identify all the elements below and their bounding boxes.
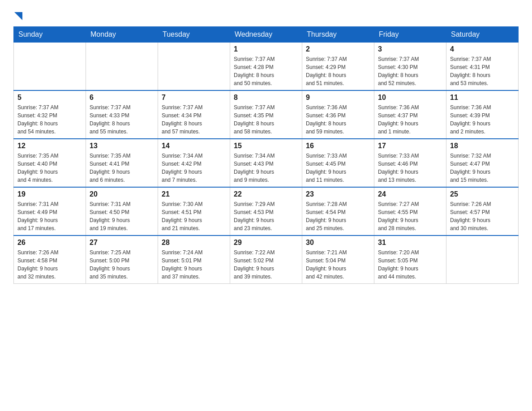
day-info: Sunrise: 7:35 AMSunset: 4:41 PMDaylight:… <box>90 152 154 184</box>
day-info: Sunrise: 7:25 AMSunset: 5:00 PMDaylight:… <box>90 248 154 281</box>
day-info: Sunrise: 7:35 AMSunset: 4:40 PMDaylight:… <box>17 152 82 184</box>
day-info: Sunrise: 7:33 AMSunset: 4:45 PMDaylight:… <box>306 152 370 184</box>
calendar-cell <box>14 43 86 91</box>
day-info: Sunrise: 7:31 AMSunset: 4:50 PMDaylight:… <box>90 200 154 232</box>
day-info: Sunrise: 7:24 AMSunset: 5:01 PMDaylight:… <box>162 248 226 281</box>
calendar-cell: 2Sunrise: 7:37 AMSunset: 4:29 PMDaylight… <box>302 43 374 91</box>
day-number: 19 <box>17 190 82 198</box>
day-number: 13 <box>90 142 154 150</box>
day-number: 4 <box>450 45 515 53</box>
calendar-cell: 8Sunrise: 7:37 AMSunset: 4:35 PMDaylight… <box>230 90 302 139</box>
calendar-cell: 12Sunrise: 7:35 AMSunset: 4:40 PMDayligh… <box>14 139 86 187</box>
day-info: Sunrise: 7:26 AMSunset: 4:57 PMDaylight:… <box>450 200 515 232</box>
weekday-header-row: SundayMondayTuesdayWednesdayThursdayFrid… <box>14 27 519 43</box>
calendar-cell: 24Sunrise: 7:27 AMSunset: 4:55 PMDayligh… <box>374 187 446 235</box>
calendar-cell: 23Sunrise: 7:28 AMSunset: 4:54 PMDayligh… <box>302 187 374 235</box>
day-info: Sunrise: 7:37 AMSunset: 4:34 PMDaylight:… <box>162 103 226 136</box>
calendar-cell: 15Sunrise: 7:34 AMSunset: 4:43 PMDayligh… <box>230 139 302 187</box>
day-number: 2 <box>306 45 370 53</box>
calendar-week-row: 19Sunrise: 7:31 AMSunset: 4:49 PMDayligh… <box>14 187 519 235</box>
calendar-cell: 6Sunrise: 7:37 AMSunset: 4:33 PMDaylight… <box>86 90 158 139</box>
calendar-cell: 31Sunrise: 7:20 AMSunset: 5:05 PMDayligh… <box>374 235 446 284</box>
logo-triangle-icon <box>14 12 22 20</box>
day-info: Sunrise: 7:26 AMSunset: 4:58 PMDaylight:… <box>17 248 82 281</box>
day-info: Sunrise: 7:36 AMSunset: 4:39 PMDaylight:… <box>450 103 515 136</box>
weekday-header-monday: Monday <box>86 27 158 43</box>
day-number: 22 <box>234 190 298 198</box>
day-number: 8 <box>234 94 298 102</box>
day-number: 25 <box>450 190 515 198</box>
svg-marker-0 <box>14 12 22 20</box>
calendar-cell: 13Sunrise: 7:35 AMSunset: 4:41 PMDayligh… <box>86 139 158 187</box>
day-number: 9 <box>306 94 370 102</box>
calendar-cell: 5Sunrise: 7:37 AMSunset: 4:32 PMDaylight… <box>14 90 86 139</box>
day-number: 31 <box>378 239 442 247</box>
day-info: Sunrise: 7:37 AMSunset: 4:30 PMDaylight:… <box>378 55 442 87</box>
day-info: Sunrise: 7:37 AMSunset: 4:35 PMDaylight:… <box>234 103 298 136</box>
calendar-week-row: 1Sunrise: 7:37 AMSunset: 4:28 PMDaylight… <box>14 43 519 91</box>
day-number: 18 <box>450 142 515 150</box>
calendar-cell: 18Sunrise: 7:32 AMSunset: 4:47 PMDayligh… <box>446 139 519 187</box>
calendar-week-row: 5Sunrise: 7:37 AMSunset: 4:32 PMDaylight… <box>14 90 519 139</box>
day-number: 11 <box>450 94 515 102</box>
day-number: 6 <box>90 94 154 102</box>
day-info: Sunrise: 7:33 AMSunset: 4:46 PMDaylight:… <box>378 152 442 184</box>
day-info: Sunrise: 7:30 AMSunset: 4:51 PMDaylight:… <box>162 200 226 232</box>
calendar-cell: 27Sunrise: 7:25 AMSunset: 5:00 PMDayligh… <box>86 235 158 284</box>
day-info: Sunrise: 7:29 AMSunset: 4:53 PMDaylight:… <box>234 200 298 232</box>
day-info: Sunrise: 7:22 AMSunset: 5:02 PMDaylight:… <box>234 248 298 281</box>
calendar-cell: 7Sunrise: 7:37 AMSunset: 4:34 PMDaylight… <box>158 90 230 139</box>
calendar-cell: 29Sunrise: 7:22 AMSunset: 5:02 PMDayligh… <box>230 235 302 284</box>
day-info: Sunrise: 7:20 AMSunset: 5:05 PMDaylight:… <box>378 248 442 281</box>
logo <box>13 9 22 22</box>
calendar-cell: 26Sunrise: 7:26 AMSunset: 4:58 PMDayligh… <box>14 235 86 284</box>
weekday-header-thursday: Thursday <box>302 27 374 43</box>
day-number: 20 <box>90 190 154 198</box>
weekday-header-saturday: Saturday <box>446 27 519 43</box>
day-number: 21 <box>162 190 226 198</box>
calendar-cell: 11Sunrise: 7:36 AMSunset: 4:39 PMDayligh… <box>446 90 519 139</box>
day-number: 24 <box>378 190 442 198</box>
calendar-cell: 28Sunrise: 7:24 AMSunset: 5:01 PMDayligh… <box>158 235 230 284</box>
calendar-week-row: 12Sunrise: 7:35 AMSunset: 4:40 PMDayligh… <box>14 139 519 187</box>
day-info: Sunrise: 7:36 AMSunset: 4:37 PMDaylight:… <box>378 103 442 136</box>
day-number: 15 <box>234 142 298 150</box>
day-number: 30 <box>306 239 370 247</box>
weekday-header-friday: Friday <box>374 27 446 43</box>
day-number: 3 <box>378 45 442 53</box>
day-info: Sunrise: 7:37 AMSunset: 4:33 PMDaylight:… <box>90 103 154 136</box>
calendar-cell: 30Sunrise: 7:21 AMSunset: 5:04 PMDayligh… <box>302 235 374 284</box>
day-number: 7 <box>162 94 226 102</box>
weekday-header-wednesday: Wednesday <box>230 27 302 43</box>
calendar-cell: 25Sunrise: 7:26 AMSunset: 4:57 PMDayligh… <box>446 187 519 235</box>
day-number: 26 <box>17 239 82 247</box>
calendar-cell <box>86 43 158 91</box>
day-info: Sunrise: 7:21 AMSunset: 5:04 PMDaylight:… <box>306 248 370 281</box>
day-info: Sunrise: 7:28 AMSunset: 4:54 PMDaylight:… <box>306 200 370 232</box>
day-number: 17 <box>378 142 442 150</box>
day-number: 27 <box>90 239 154 247</box>
calendar-cell: 9Sunrise: 7:36 AMSunset: 4:36 PMDaylight… <box>302 90 374 139</box>
calendar-cell: 14Sunrise: 7:34 AMSunset: 4:42 PMDayligh… <box>158 139 230 187</box>
calendar-cell: 16Sunrise: 7:33 AMSunset: 4:45 PMDayligh… <box>302 139 374 187</box>
day-number: 29 <box>234 239 298 247</box>
day-info: Sunrise: 7:37 AMSunset: 4:32 PMDaylight:… <box>17 103 82 136</box>
day-number: 16 <box>306 142 370 150</box>
calendar-cell <box>446 235 519 284</box>
day-info: Sunrise: 7:34 AMSunset: 4:43 PMDaylight:… <box>234 152 298 184</box>
day-number: 1 <box>234 45 298 53</box>
calendar-cell: 4Sunrise: 7:37 AMSunset: 4:31 PMDaylight… <box>446 43 519 91</box>
day-number: 14 <box>162 142 226 150</box>
day-number: 28 <box>162 239 226 247</box>
day-info: Sunrise: 7:31 AMSunset: 4:49 PMDaylight:… <box>17 200 82 232</box>
calendar-table: SundayMondayTuesdayWednesdayThursdayFrid… <box>13 26 519 284</box>
day-number: 12 <box>17 142 82 150</box>
calendar-cell <box>158 43 230 91</box>
weekday-header-tuesday: Tuesday <box>158 27 230 43</box>
calendar-cell: 3Sunrise: 7:37 AMSunset: 4:30 PMDaylight… <box>374 43 446 91</box>
day-info: Sunrise: 7:37 AMSunset: 4:31 PMDaylight:… <box>450 55 515 87</box>
calendar-week-row: 26Sunrise: 7:26 AMSunset: 4:58 PMDayligh… <box>14 235 519 284</box>
calendar-cell: 17Sunrise: 7:33 AMSunset: 4:46 PMDayligh… <box>374 139 446 187</box>
day-info: Sunrise: 7:32 AMSunset: 4:47 PMDaylight:… <box>450 152 515 184</box>
page-header <box>13 9 519 22</box>
